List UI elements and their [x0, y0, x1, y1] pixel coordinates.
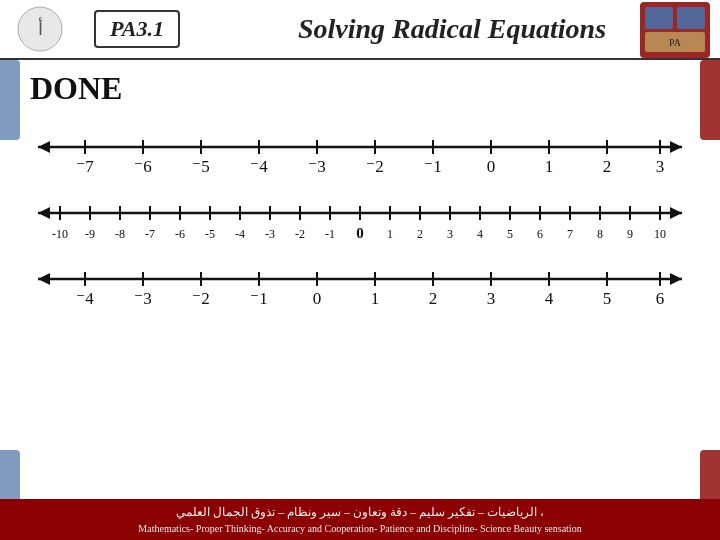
svg-text:⁻4: ⁻4 [76, 289, 94, 308]
svg-text:2: 2 [429, 289, 438, 308]
svg-text:-3: -3 [265, 227, 275, 241]
svg-text:9: 9 [627, 227, 633, 241]
svg-marker-78 [38, 273, 50, 285]
svg-text:⁻2: ⁻2 [366, 157, 384, 176]
svg-marker-33 [38, 207, 50, 219]
svg-text:⁻5: ⁻5 [192, 157, 210, 176]
svg-marker-9 [670, 141, 682, 153]
svg-text:0: 0 [356, 225, 364, 241]
svg-text:-5: -5 [205, 227, 215, 241]
svg-text:5: 5 [507, 227, 513, 241]
number-lines-container: // Rendered via inline positions ⁻7 ⁻6 ⁻… [0, 125, 720, 309]
svg-text:⁻3: ⁻3 [134, 289, 152, 308]
number-line-3: ⁻4 ⁻3 ⁻2 ⁻1 0 1 2 3 4 [30, 257, 690, 309]
svg-text:2: 2 [603, 157, 612, 176]
svg-text:⁻1: ⁻1 [424, 157, 442, 176]
svg-text:4: 4 [477, 227, 483, 241]
svg-rect-3 [645, 7, 673, 29]
svg-text:-8: -8 [115, 227, 125, 241]
pa-label: PA3.1 [94, 10, 180, 48]
svg-text:8: 8 [597, 227, 603, 241]
svg-marker-79 [670, 273, 682, 285]
svg-text:3: 3 [656, 157, 665, 176]
header: أ PA3.1 Solving Radical Equations PA [0, 0, 720, 60]
svg-text:10: 10 [654, 227, 666, 241]
svg-marker-34 [670, 207, 682, 219]
svg-text:1: 1 [371, 289, 380, 308]
header-left-logo: أ [16, 5, 64, 53]
svg-text:-9: -9 [85, 227, 95, 241]
svg-text:⁻7: ⁻7 [76, 157, 94, 176]
svg-rect-4 [677, 7, 705, 29]
svg-text:⁻1: ⁻1 [250, 289, 268, 308]
svg-text:6: 6 [656, 289, 665, 308]
done-label: DONE [0, 60, 720, 111]
top-right-logo: PA [640, 2, 710, 58]
svg-text:-4: -4 [235, 227, 245, 241]
svg-text:⁻4: ⁻4 [250, 157, 268, 176]
svg-text:3: 3 [447, 227, 453, 241]
svg-text:6: 6 [537, 227, 543, 241]
svg-text:0: 0 [313, 289, 322, 308]
svg-text:أ: أ [38, 17, 43, 39]
svg-text:-10: -10 [52, 227, 68, 241]
svg-text:1: 1 [545, 157, 554, 176]
svg-text:5: 5 [603, 289, 612, 308]
svg-text:7: 7 [567, 227, 573, 241]
footer: ، الرياضيات – تفكير سليم – دقة وتعاون – … [0, 499, 720, 540]
svg-text:-6: -6 [175, 227, 185, 241]
svg-text:0: 0 [487, 157, 496, 176]
svg-marker-8 [38, 141, 50, 153]
left-accent-bar-top [0, 60, 20, 140]
number-line-1: // Rendered via inline positions ⁻7 ⁻6 ⁻… [30, 125, 690, 177]
svg-text:2: 2 [417, 227, 423, 241]
svg-text:4: 4 [545, 289, 554, 308]
svg-text:⁻2: ⁻2 [192, 289, 210, 308]
svg-text:1: 1 [387, 227, 393, 241]
svg-text:3: 3 [487, 289, 496, 308]
footer-english-text: Mathematics- Proper Thinking- Accuracy a… [6, 521, 714, 536]
svg-text:⁻3: ⁻3 [308, 157, 326, 176]
page-title: Solving Radical Equations [200, 13, 704, 45]
footer-arabic-text: ، الرياضيات – تفكير سليم – دقة وتعاون – … [6, 503, 714, 521]
svg-text:PA: PA [669, 37, 682, 48]
svg-text:⁻6: ⁻6 [134, 157, 152, 176]
svg-text:-1: -1 [325, 227, 335, 241]
right-accent-bar-top [700, 60, 720, 140]
svg-text:-7: -7 [145, 227, 155, 241]
svg-text:-2: -2 [295, 227, 305, 241]
number-line-2: -10 -9 -8 -7 -6 -5 -4 -3 -2 [30, 191, 690, 243]
